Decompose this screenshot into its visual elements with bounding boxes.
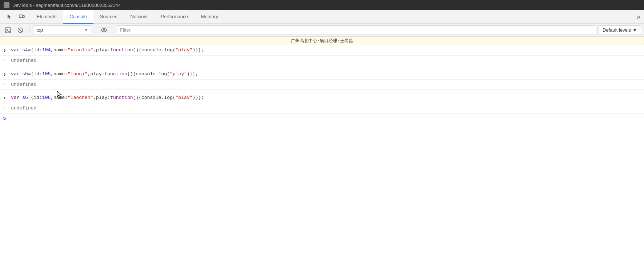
entry-content-4: var s6={id:106,name:"laochen",play:funct… [11,94,644,101]
clear-console-btn[interactable] [15,25,25,35]
tooltip-text: 广州高北中心·项目经理·王尚昌 [291,39,353,44]
tab-console[interactable]: Console [63,10,93,24]
eye-btn[interactable] [99,25,109,35]
device-toggle-btn[interactable] [17,12,27,22]
levels-btn[interactable]: Default levels ▼ [599,25,641,35]
console-input-entry: ›var s6={id:106,name:"laochen",play:func… [0,93,644,103]
input-row[interactable]: > [0,113,644,124]
toolbar-separator-3 [113,27,113,34]
more-tabs-btn[interactable]: » [633,10,644,23]
tab-elements[interactable]: Elements [30,10,63,24]
entry-content-0: var s4={id:104,name:"xiaoliu",play:funct… [11,47,644,54]
levels-label: Default levels [603,27,631,33]
tab-performance[interactable]: Performance [154,10,194,24]
entry-content-3: undefined [11,81,644,88]
svg-point-8 [103,29,105,31]
context-value: top [36,27,43,33]
tab-memory[interactable]: Memory [195,10,225,24]
levels-arrow: ▼ [632,27,637,33]
expand-arrow[interactable]: › [3,47,9,54]
entry-content-5: undefined [11,105,644,112]
svg-line-6 [19,28,22,32]
execute-script-btn[interactable] [3,25,13,35]
tab-toolbar-icons [1,10,30,23]
devtools-icon [4,2,9,8]
expand-arrow[interactable]: › [3,95,9,101]
svg-rect-1 [23,16,24,17]
tab-sources[interactable]: Sources [93,10,124,24]
console-input[interactable] [11,116,644,121]
tooltip-banner: 广州高北中心·项目经理·王尚昌 [0,37,644,45]
svg-rect-0 [19,15,23,17]
console-output-entry: ←undefined [0,80,644,90]
console-input-entry: ›var s5={id:105,name:"laoqi",play:functi… [0,69,644,80]
output-arrow: ← [3,82,9,87]
console-area: 广州高北中心·项目经理·王尚昌 ›var s4={id:104,name:"xi… [0,37,644,268]
tabs-list: ElementsConsoleSourcesNetworkPerformance… [30,10,225,23]
tab-bar: ElementsConsoleSourcesNetworkPerformance… [0,10,644,24]
output-arrow: ← [3,58,9,63]
expand-arrow[interactable]: › [3,71,9,78]
toolbar-separator-1 [29,27,29,34]
context-selector[interactable]: top ▼ [33,25,91,35]
console-entries: ›var s4={id:104,name:"xiaoliu",play:func… [0,45,644,113]
entry-content-2: var s5={id:105,name:"laoqi",play:functio… [11,71,644,78]
entry-spacer [0,66,644,69]
entry-content-1: undefined [11,57,644,64]
tab-network[interactable]: Network [124,10,155,24]
output-arrow: ← [3,105,9,111]
inspect-element-btn[interactable] [4,12,15,22]
entry-spacer [0,90,644,93]
filter-input[interactable] [117,25,596,35]
context-arrow: ▼ [84,28,88,32]
title-bar: DevTools - segmentfault.com/a/1190000023… [0,0,644,10]
input-prompt-arrow: > [3,116,9,123]
console-input-entry: ›var s4={id:104,name:"xiaoliu",play:func… [0,45,644,56]
window-title: DevTools - segmentfault.com/a/1190000023… [12,3,121,8]
console-output-entry: ←undefined [0,103,644,113]
console-toolbar: top ▼ Default levels ▼ [0,24,644,37]
console-output-entry: ←undefined [0,56,644,66]
toolbar-separator-2 [95,27,95,34]
